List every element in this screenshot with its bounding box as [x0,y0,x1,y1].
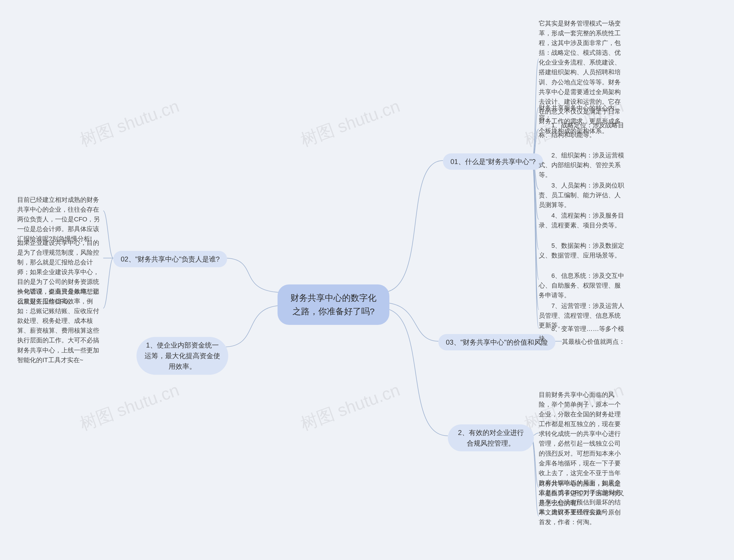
leaf-01-5[interactable]: 4、流程架构：涉及服务目录、流程要素、项目分类等。 [539,211,625,230]
center-topic-label: 财务共享中心的数字化之路，你准备好了吗? [289,291,378,318]
center-topic[interactable]: 财务共享中心的数字化之路，你准备好了吗? [278,284,389,325]
leaf-text: 1、战略定位：涉及战略目标、结构和职能等。 [539,120,625,140]
leaf-text: 本文为财务王经理公众号原创首发，作者：何淘。 [539,508,625,527]
leaf-text: 4、流程架构：涉及服务目录、流程要素、项目分类等。 [539,211,625,230]
leaf-2-2[interactable]: 本文为财务王经理公众号原创首发，作者：何淘。 [539,508,625,527]
branch-2[interactable]: 2、有效的对企业进行合规风控管理。 [448,424,534,451]
leaf-text: 2、组织架构：涉及运营模式、内部组织架构、管控关系等。 [539,151,625,180]
branch-01[interactable]: 01、什么是"财务共享中心"? [443,153,543,170]
branch-02-label: 02、"财务共享中心"负责人是谁? [121,254,220,264]
watermark: 树图 shutu.cn [77,95,182,152]
leaf-01-3[interactable]: 2、组织架构：涉及运营模式、内部组织架构、管控关系等。 [539,151,625,180]
leaf-02-2[interactable]: 换句话说，企业只是单纯想让日常财务工作提高效率，例如：总账记账结账、应收应付款处… [17,287,103,365]
branch-01-label: 01、什么是"财务共享中心"? [450,156,536,167]
leaf-01-2[interactable]: 1、战略定位：涉及战略目标、结构和职能等。 [539,120,625,140]
branch-2-label: 2、有效的对企业进行合规风控管理。 [455,427,526,448]
watermark: 树图 shutu.cn [297,95,403,152]
leaf-01-7[interactable]: 6、信息系统：涉及交互中心、自助服务、权限管理、服务申请等。 [539,271,625,300]
leaf-03-0[interactable]: 其最核心价值就两点： [562,337,625,347]
branch-1-label: 1、使企业内部资金统一运筹，最大化提高资金使用效率。 [144,340,221,372]
leaf-text: 换句话说，企业只是单纯想让日常财务工作提高效率，例如：总账记账结账、应收应付款处… [17,287,103,365]
watermark: 树图 shutu.cn [297,378,403,436]
leaf-text: 3、人员架构：涉及岗位职责、员工编制、能力评估、人员测算等。 [539,181,625,210]
branch-03[interactable]: 03、"财务共享中心"的价值和风险 [438,334,555,350]
leaf-2-1[interactable]: 财务共享中心的推出，到底是不是白刀子进红刀子出呢?你又是怎么想的呢! [539,479,625,508]
leaf-02-0[interactable]: 目前已经建立相对成熟的财务共享中心的企业，往往会存在两位负责人，一位是CFO，另… [17,195,103,244]
leaf-text: 财务共享中心的推出，到底是不是白刀子进红刀子出呢?你又是怎么想的呢! [539,479,625,508]
leaf-text: 财务共享服务中心的核心内容： [539,103,625,123]
branch-1[interactable]: 1、使企业内部资金统一运筹，最大化提高资金使用效率。 [136,337,228,375]
leaf-text: 目前已经建立相对成熟的财务共享中心的企业，往往会存在两位负责人，一位是CFO，另… [17,195,103,244]
leaf-01-4[interactable]: 3、人员架构：涉及岗位职责、员工编制、能力评估、人员测算等。 [539,181,625,210]
watermark: 树图 shutu.cn [77,378,182,436]
leaf-text: 其最核心价值就两点： [562,337,625,347]
branch-03-label: 03、"财务共享中心"的价值和风险 [446,337,548,348]
leaf-01-1[interactable]: 财务共享服务中心的核心内容： [539,103,625,123]
leaf-text: 6、信息系统：涉及交互中心、自助服务、权限管理、服务申请等。 [539,271,625,300]
leaf-01-6[interactable]: 5、数据架构：涉及数据定义、数据管理、应用场景等。 [539,241,625,260]
leaf-text: 5、数据架构：涉及数据定义、数据管理、应用场景等。 [539,241,625,260]
branch-02[interactable]: 02、"财务共享中心"负责人是谁? [113,251,227,267]
